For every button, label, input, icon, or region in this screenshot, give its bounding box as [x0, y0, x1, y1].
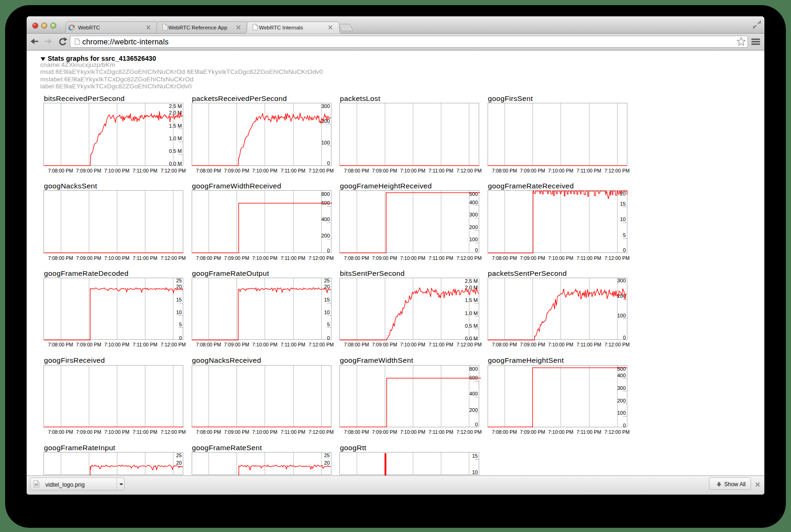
svg-text:WebRTC Reference App: WebRTC Reference App	[168, 25, 227, 30]
svg-text:Show All: Show All	[724, 481, 746, 488]
svg-text:WebRTC: WebRTC	[78, 25, 100, 30]
svg-text:chrome://webrtc-internals: chrome://webrtc-internals	[82, 37, 169, 45]
svg-text:WebRTC Internals: WebRTC Internals	[259, 25, 303, 30]
svg-text:vidtel_logo.png: vidtel_logo.png	[45, 481, 85, 488]
